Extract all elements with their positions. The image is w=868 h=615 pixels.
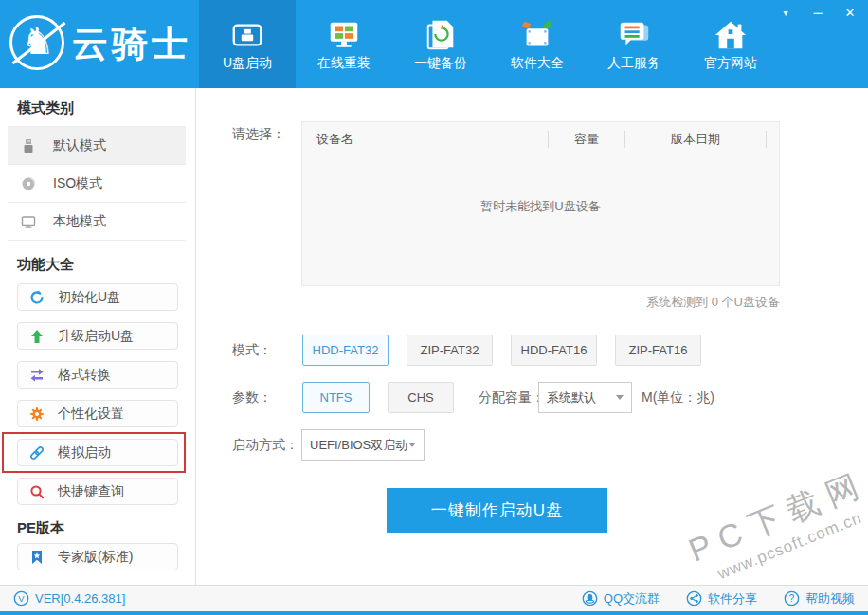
menu-arrow-button[interactable]: ▾ <box>775 3 796 24</box>
nav-tab-online-reinstall[interactable]: 在线重装 <box>296 0 392 88</box>
help-icon: ? <box>784 590 800 606</box>
nav-tab-software[interactable]: 软件大全 <box>489 0 586 88</box>
detect-info-text: 系统检测到 0 个U盘设备 <box>301 294 780 311</box>
chevron-down-icon <box>616 395 624 400</box>
version-info[interactable]: V VER[0.4.26.381] <box>13 590 125 606</box>
backup-icon <box>423 17 459 53</box>
usb-boot-icon <box>229 17 265 53</box>
bottom-accent-strip <box>0 611 868 615</box>
mode-option-zip-fat32[interactable]: ZIP-FAT32 <box>407 335 493 366</box>
boot-method-label: 启动方式： <box>232 437 298 454</box>
share-icon <box>686 590 702 606</box>
usb-drive-icon <box>21 138 38 154</box>
footer-links: QQ交流群 软件分享 ? 帮助视频 <box>582 590 855 607</box>
capacity-label: 分配容量： <box>479 389 545 407</box>
online-reinstall-icon <box>326 17 362 53</box>
close-button[interactable]: ✕ <box>840 3 860 24</box>
version-text: VER[0.4.26.381] <box>35 591 125 606</box>
capacity-unit-label: M(单位：兆) <box>642 389 714 407</box>
gear-icon <box>29 407 46 422</box>
help-video-link[interactable]: ? 帮助视频 <box>784 590 855 607</box>
svg-text:V: V <box>18 593 25 604</box>
nav-tab-service[interactable]: 人工服务 <box>586 0 682 88</box>
device-table: 设备名 容量 版本日期 暂时未能找到U盘设备 <box>301 121 780 286</box>
nav-tab-usb-boot[interactable]: U盘启动 <box>199 0 296 88</box>
sidebar-button-personal-settings[interactable]: 个性化设置 <box>17 400 178 427</box>
param-label: 参数： <box>232 389 272 407</box>
boot-method-select-value: UEFI/BIOS双启动 <box>310 437 407 454</box>
bookmark-star-icon <box>29 550 46 565</box>
param-option-chs[interactable]: CHS <box>388 382 454 413</box>
sidebar-button-upgrade-usb[interactable]: 升级启动U盘 <box>17 322 178 350</box>
section-title-functions: 功能大全 <box>17 256 74 274</box>
empty-state-text: 暂时未能找到U盘设备 <box>302 198 779 215</box>
chevron-down-icon <box>408 443 416 447</box>
mode-category-list: 默认模式 ISO模式 本地模式 <box>8 126 186 241</box>
share-link[interactable]: 软件分享 <box>686 590 757 607</box>
status-bar: V VER[0.4.26.381] QQ交流群 软件分享 ? 帮助视频 <box>0 585 868 611</box>
mode-option-hdd-fat16[interactable]: HDD-FAT16 <box>511 335 597 366</box>
capacity-select[interactable]: 系统默认 <box>538 382 632 413</box>
titlebar: ♞ 云骑士 U盘启动 在线重装 一键备份 <box>0 0 868 88</box>
swap-arrows-icon <box>29 368 46 383</box>
nav-tab-website[interactable]: 官方网站 <box>682 0 779 88</box>
up-arrow-icon <box>29 329 46 344</box>
section-title-pe-version: PE版本 <box>17 519 64 537</box>
search-icon <box>29 484 46 499</box>
section-title-mode-category: 模式类别 <box>17 99 74 118</box>
select-device-label: 请选择： <box>232 126 285 143</box>
body: 模式类别 默认模式 ISO模式 <box>0 88 868 585</box>
window-controls: ▾ ─ ✕ <box>775 3 860 24</box>
sidebar-button-hotkey-query[interactable]: 快捷键查询 <box>17 478 178 505</box>
column-header-device-name: 设备名 <box>302 131 548 148</box>
sidebar-button-expert-edition[interactable]: 专家版(标准) <box>17 543 178 570</box>
app-logo: ♞ 云骑士 <box>8 13 191 74</box>
software-box-icon <box>519 17 555 53</box>
home-icon <box>713 17 749 53</box>
service-chat-icon <box>616 17 652 53</box>
boot-method-select[interactable]: UEFI/BIOS双启动 <box>301 429 425 461</box>
refresh-icon <box>29 290 46 305</box>
minimize-button[interactable]: ─ <box>807 3 828 24</box>
app-title: 云骑士 <box>72 20 191 68</box>
qq-group-link[interactable]: QQ交流群 <box>582 590 660 607</box>
version-icon: V <box>13 590 29 606</box>
sidebar-item-iso-mode[interactable]: ISO模式 <box>8 165 186 203</box>
sidebar-button-simulate-boot[interactable]: 模拟启动 <box>17 439 178 466</box>
qq-icon <box>582 590 598 606</box>
mode-option-hdd-fat32[interactable]: HDD-FAT32 <box>302 335 389 366</box>
sidebar-button-init-usb[interactable]: 初始化U盘 <box>17 283 178 311</box>
monitor-icon <box>21 214 38 229</box>
sidebar: 模式类别 默认模式 ISO模式 <box>0 88 196 585</box>
sidebar-button-format-convert[interactable]: 格式转换 <box>17 361 178 389</box>
capacity-select-value: 系统默认 <box>547 389 596 407</box>
device-table-header: 设备名 容量 版本日期 <box>302 122 779 156</box>
sidebar-item-local-mode[interactable]: 本地模式 <box>8 203 186 241</box>
sidebar-item-default-mode[interactable]: 默认模式 <box>8 127 186 165</box>
column-header-capacity: 容量 <box>549 131 624 148</box>
link-icon <box>29 445 46 461</box>
mode-label: 模式： <box>232 342 272 359</box>
mode-option-zip-fat16[interactable]: ZIP-FAT16 <box>615 335 701 366</box>
main-panel: 请选择： 设备名 容量 版本日期 暂时未能找到U盘设备 系统检测到 0 个U盘设… <box>196 88 868 585</box>
svg-text:?: ? <box>789 593 795 604</box>
main-nav: U盘启动 在线重装 一键备份 软件大全 <box>199 0 779 88</box>
app-window: ♞ 云骑士 U盘启动 在线重装 一键备份 <box>0 0 868 615</box>
knight-logo-icon: ♞ <box>8 13 68 74</box>
make-boot-usb-button[interactable]: 一键制作启动U盘 <box>387 488 607 533</box>
nav-tab-backup[interactable]: 一键备份 <box>392 0 489 88</box>
param-option-ntfs[interactable]: NTFS <box>302 382 370 413</box>
disc-icon <box>21 176 38 191</box>
column-header-version-date: 版本日期 <box>625 131 766 148</box>
